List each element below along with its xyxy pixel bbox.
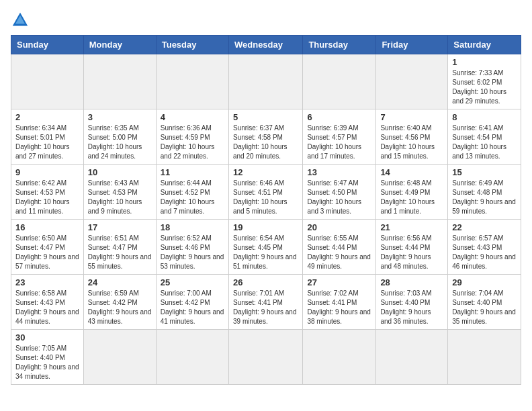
day-number: 21	[380, 222, 443, 232]
day-number: 20	[307, 222, 371, 232]
day-number: 28	[380, 277, 443, 287]
cell-2-6: 15Sunrise: 6:49 AM Sunset: 4:48 PM Dayli…	[448, 165, 521, 220]
cell-5-3	[228, 330, 302, 385]
day-number: 27	[307, 277, 371, 287]
day-number: 11	[161, 167, 224, 177]
day-info: Sunrise: 6:35 AM Sunset: 5:00 PM Dayligh…	[88, 124, 152, 161]
day-info: Sunrise: 6:49 AM Sunset: 4:48 PM Dayligh…	[452, 179, 517, 216]
cell-5-4	[303, 330, 376, 385]
day-info: Sunrise: 6:56 AM Sunset: 4:44 PM Dayligh…	[380, 234, 443, 271]
col-sunday: Sunday	[11, 36, 84, 54]
col-friday: Friday	[376, 36, 448, 54]
week-row-3: 9Sunrise: 6:42 AM Sunset: 4:53 PM Daylig…	[11, 165, 521, 220]
day-info: Sunrise: 6:48 AM Sunset: 4:49 PM Dayligh…	[380, 179, 443, 216]
cell-1-3: 5Sunrise: 6:37 AM Sunset: 4:58 PM Daylig…	[228, 109, 302, 165]
cell-1-4: 6Sunrise: 6:39 AM Sunset: 4:57 PM Daylig…	[303, 109, 376, 165]
cell-2-2: 11Sunrise: 6:44 AM Sunset: 4:52 PM Dayli…	[156, 165, 228, 220]
day-info: Sunrise: 6:34 AM Sunset: 5:01 PM Dayligh…	[15, 124, 79, 161]
day-number: 4	[161, 112, 224, 122]
cell-0-0	[11, 54, 84, 109]
day-info: Sunrise: 7:04 AM Sunset: 4:40 PM Dayligh…	[452, 289, 517, 326]
day-info: Sunrise: 6:44 AM Sunset: 4:52 PM Dayligh…	[161, 179, 224, 216]
cell-4-2: 25Sunrise: 7:00 AM Sunset: 4:42 PM Dayli…	[156, 275, 228, 330]
cell-5-5	[376, 330, 448, 385]
col-saturday: Saturday	[448, 36, 521, 54]
cell-3-5: 21Sunrise: 6:56 AM Sunset: 4:44 PM Dayli…	[376, 220, 448, 275]
col-monday: Monday	[83, 36, 156, 54]
calendar-table: Sunday Monday Tuesday Wednesday Thursday…	[11, 35, 521, 385]
day-number: 18	[161, 222, 224, 232]
day-info: Sunrise: 6:40 AM Sunset: 4:56 PM Dayligh…	[380, 124, 443, 161]
day-number: 5	[233, 112, 298, 122]
calendar-header: Sunday Monday Tuesday Wednesday Thursday…	[11, 36, 521, 54]
calendar-body: 1Sunrise: 7:33 AM Sunset: 6:02 PM Daylig…	[11, 54, 521, 385]
header-row: Sunday Monday Tuesday Wednesday Thursday…	[11, 36, 521, 54]
day-info: Sunrise: 6:42 AM Sunset: 4:53 PM Dayligh…	[15, 179, 79, 216]
day-number: 6	[307, 112, 371, 122]
cell-0-6: 1Sunrise: 7:33 AM Sunset: 6:02 PM Daylig…	[448, 54, 521, 109]
day-number: 25	[161, 277, 224, 287]
cell-0-3	[228, 54, 302, 109]
day-info: Sunrise: 6:36 AM Sunset: 4:59 PM Dayligh…	[161, 124, 224, 161]
cell-5-0: 30Sunrise: 7:05 AM Sunset: 4:40 PM Dayli…	[11, 330, 84, 385]
cell-2-5: 14Sunrise: 6:48 AM Sunset: 4:49 PM Dayli…	[376, 165, 448, 220]
day-info: Sunrise: 6:41 AM Sunset: 4:54 PM Dayligh…	[452, 124, 517, 161]
day-number: 17	[88, 222, 152, 232]
day-number: 1	[452, 57, 517, 67]
cell-0-1	[83, 54, 156, 109]
cell-2-4: 13Sunrise: 6:47 AM Sunset: 4:50 PM Dayli…	[303, 165, 376, 220]
day-number: 15	[452, 167, 517, 177]
cell-5-1	[83, 330, 156, 385]
day-number: 24	[88, 277, 152, 287]
day-info: Sunrise: 6:51 AM Sunset: 4:47 PM Dayligh…	[88, 234, 152, 271]
cell-3-1: 17Sunrise: 6:51 AM Sunset: 4:47 PM Dayli…	[83, 220, 156, 275]
cell-2-1: 10Sunrise: 6:43 AM Sunset: 4:53 PM Dayli…	[83, 165, 156, 220]
cell-0-4	[303, 54, 376, 109]
cell-4-4: 27Sunrise: 7:02 AM Sunset: 4:41 PM Dayli…	[303, 275, 376, 330]
cell-5-2	[156, 330, 228, 385]
day-info: Sunrise: 7:01 AM Sunset: 4:41 PM Dayligh…	[233, 289, 298, 326]
header	[11, 11, 521, 30]
day-number: 10	[88, 167, 152, 177]
col-thursday: Thursday	[303, 36, 376, 54]
day-number: 13	[307, 167, 371, 177]
day-info: Sunrise: 6:47 AM Sunset: 4:50 PM Dayligh…	[307, 179, 371, 216]
day-number: 12	[233, 167, 298, 177]
day-number: 22	[452, 222, 517, 232]
day-number: 19	[233, 222, 298, 232]
cell-3-3: 19Sunrise: 6:54 AM Sunset: 4:45 PM Dayli…	[228, 220, 302, 275]
day-number: 2	[15, 112, 79, 122]
cell-4-0: 23Sunrise: 6:58 AM Sunset: 4:43 PM Dayli…	[11, 275, 84, 330]
cell-3-0: 16Sunrise: 6:50 AM Sunset: 4:47 PM Dayli…	[11, 220, 84, 275]
day-number: 16	[15, 222, 79, 232]
cell-1-5: 7Sunrise: 6:40 AM Sunset: 4:56 PM Daylig…	[376, 109, 448, 165]
day-info: Sunrise: 6:57 AM Sunset: 4:43 PM Dayligh…	[452, 234, 517, 271]
week-row-2: 2Sunrise: 6:34 AM Sunset: 5:01 PM Daylig…	[11, 109, 521, 165]
cell-1-2: 4Sunrise: 6:36 AM Sunset: 4:59 PM Daylig…	[156, 109, 228, 165]
day-info: Sunrise: 7:00 AM Sunset: 4:42 PM Dayligh…	[161, 289, 224, 326]
col-wednesday: Wednesday	[228, 36, 302, 54]
day-info: Sunrise: 7:03 AM Sunset: 4:40 PM Dayligh…	[380, 289, 443, 326]
day-number: 3	[88, 112, 152, 122]
cell-4-6: 29Sunrise: 7:04 AM Sunset: 4:40 PM Dayli…	[448, 275, 521, 330]
cell-5-6	[448, 330, 521, 385]
col-tuesday: Tuesday	[156, 36, 228, 54]
day-info: Sunrise: 6:54 AM Sunset: 4:45 PM Dayligh…	[233, 234, 298, 271]
day-info: Sunrise: 6:50 AM Sunset: 4:47 PM Dayligh…	[15, 234, 79, 271]
week-row-4: 16Sunrise: 6:50 AM Sunset: 4:47 PM Dayli…	[11, 220, 521, 275]
day-info: Sunrise: 6:43 AM Sunset: 4:53 PM Dayligh…	[88, 179, 152, 216]
day-number: 30	[15, 332, 79, 342]
day-info: Sunrise: 6:39 AM Sunset: 4:57 PM Dayligh…	[307, 124, 371, 161]
day-info: Sunrise: 6:58 AM Sunset: 4:43 PM Dayligh…	[15, 289, 79, 326]
cell-2-0: 9Sunrise: 6:42 AM Sunset: 4:53 PM Daylig…	[11, 165, 84, 220]
day-info: Sunrise: 7:02 AM Sunset: 4:41 PM Dayligh…	[307, 289, 371, 326]
day-info: Sunrise: 6:59 AM Sunset: 4:42 PM Dayligh…	[88, 289, 152, 326]
cell-3-4: 20Sunrise: 6:55 AM Sunset: 4:44 PM Dayli…	[303, 220, 376, 275]
day-info: Sunrise: 6:46 AM Sunset: 4:51 PM Dayligh…	[233, 179, 298, 216]
day-number: 9	[15, 167, 79, 177]
cell-0-5	[376, 54, 448, 109]
cell-1-1: 3Sunrise: 6:35 AM Sunset: 5:00 PM Daylig…	[83, 109, 156, 165]
cell-3-2: 18Sunrise: 6:52 AM Sunset: 4:46 PM Dayli…	[156, 220, 228, 275]
cell-4-5: 28Sunrise: 7:03 AM Sunset: 4:40 PM Dayli…	[376, 275, 448, 330]
week-row-5: 23Sunrise: 6:58 AM Sunset: 4:43 PM Dayli…	[11, 275, 521, 330]
